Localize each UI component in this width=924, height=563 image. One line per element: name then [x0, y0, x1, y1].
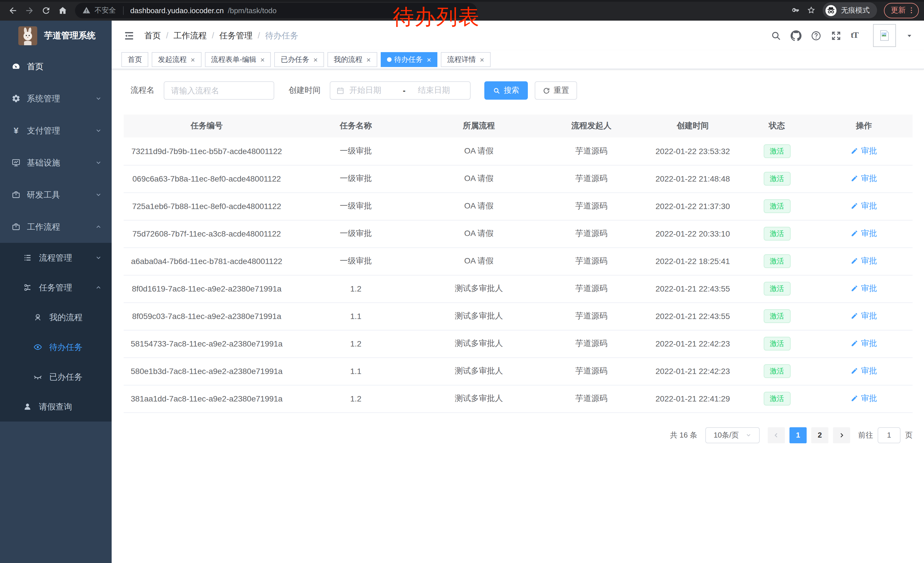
browser-menu-dots-icon[interactable] — [908, 6, 915, 14]
approve-button[interactable]: 审批 — [851, 338, 877, 349]
sidebar-item-label: 任务管理 — [39, 282, 72, 293]
breadcrumb-item[interactable]: 工作流程 — [174, 30, 207, 41]
eye-icon — [33, 342, 42, 352]
cell-starter: 芋道源码 — [536, 330, 647, 357]
process-name-input[interactable] — [164, 81, 274, 100]
update-label[interactable]: 更新 — [891, 5, 906, 15]
cell-process: 测试多审批人 — [422, 385, 536, 412]
sidebar-item-payment-management[interactable]: ¥支付管理 — [0, 114, 112, 147]
browser-actions: 无痕模式 更新 — [790, 2, 924, 18]
browser-forward-icon[interactable] — [21, 2, 38, 19]
next-page-button[interactable] — [833, 427, 850, 443]
not-secure-label[interactable]: 不安全 — [94, 6, 116, 15]
approve-button[interactable]: 审批 — [851, 284, 877, 294]
fullscreen-icon[interactable] — [831, 30, 842, 41]
pencil-icon — [851, 312, 858, 320]
sidebar-item-infrastructure[interactable]: 基础设施 — [0, 147, 112, 179]
help-icon[interactable] — [811, 30, 822, 41]
cell-task-id: 381aa1dd-7ac8-11ec-a9e2-a2380e71991a — [124, 385, 290, 412]
breadcrumb-separator: / — [258, 31, 260, 40]
tab-close-icon[interactable]: × — [427, 56, 431, 63]
goto-page-input[interactable] — [878, 427, 900, 443]
tab-close-icon[interactable]: × — [480, 56, 484, 63]
sidebar-item-label: 待办任务 — [49, 342, 82, 353]
sidebar-item-label: 我的流程 — [49, 312, 82, 323]
tab-流程详情[interactable]: 流程详情× — [441, 52, 490, 67]
tab-流程表单-编辑[interactable]: 流程表单-编辑× — [205, 52, 271, 67]
reset-button[interactable]: 重置 — [535, 81, 577, 100]
not-secure-warning-icon[interactable] — [82, 6, 90, 14]
sidebar-item-todo-task[interactable]: 待办任务 — [0, 332, 112, 362]
tab-首页[interactable]: 首页 — [122, 52, 148, 67]
avatar-dropdown-caret-icon[interactable] — [906, 32, 912, 39]
browser-home-icon[interactable] — [54, 2, 71, 19]
approve-button[interactable]: 审批 — [851, 201, 877, 211]
font-size-icon[interactable]: tT — [851, 30, 862, 41]
sidebar-item-process-management[interactable]: 流程管理 — [0, 243, 112, 273]
breadcrumb: 首页/工作流程/任务管理/待办任务 — [144, 30, 298, 41]
tab-close-icon[interactable]: × — [314, 56, 318, 63]
bookmark-star-icon[interactable] — [807, 6, 816, 15]
tab-close-icon[interactable]: × — [366, 56, 371, 63]
sidebar-item-task-management[interactable]: 任务管理 — [0, 273, 112, 302]
cell-starter: 芋道源码 — [536, 220, 647, 248]
browser-reload-icon[interactable] — [38, 2, 54, 19]
page-header: 首页/工作流程/任务管理/待办任务 tT — [112, 21, 924, 50]
approve-button[interactable]: 审批 — [851, 311, 877, 321]
cell-actions: 审批 — [815, 302, 912, 330]
github-icon[interactable] — [790, 30, 801, 41]
cell-create-time: 2022-01-22 20:33:10 — [647, 220, 738, 248]
prev-page-button[interactable] — [768, 427, 785, 443]
tab-待办任务[interactable]: 待办任务× — [380, 52, 437, 67]
cell-process: 测试多审批人 — [422, 275, 536, 302]
tab-close-icon[interactable]: × — [190, 56, 195, 63]
approve-button[interactable]: 审批 — [851, 256, 877, 266]
incognito-label: 无痕模式 — [841, 6, 870, 15]
browser-update-button[interactable]: 更新 — [884, 3, 919, 18]
cell-create-time: 2022-01-22 23:53:32 — [647, 137, 738, 165]
breadcrumb-item[interactable]: 任务管理 — [219, 30, 252, 41]
sidebar-item-dev-tools[interactable]: 研发工具 — [0, 179, 112, 211]
breadcrumb-item[interactable]: 首页 — [144, 30, 161, 41]
dashboard-icon — [12, 62, 21, 71]
status-badge: 激活 — [764, 199, 790, 213]
sidebar-item-home[interactable]: 首页 — [0, 50, 112, 83]
approve-button[interactable]: 审批 — [851, 174, 877, 184]
page-button-1[interactable]: 1 — [789, 427, 807, 443]
end-date-placeholder[interactable]: 结束日期 — [418, 86, 450, 96]
url-path[interactable]: /bpm/task/todo — [228, 6, 277, 15]
sidebar-item-leave-query[interactable]: 请假查询 — [0, 392, 112, 422]
browser-back-icon[interactable] — [4, 2, 21, 19]
approve-button[interactable]: 审批 — [851, 393, 877, 404]
page-size-select[interactable]: 10条/页 — [705, 427, 760, 443]
table-row: 8f0d1619-7ac8-11ec-a9e2-a2380e71991a1.2测… — [124, 275, 912, 302]
tab-我的流程[interactable]: 我的流程× — [327, 52, 377, 67]
search-icon[interactable] — [771, 30, 782, 41]
collapse-sidebar-icon[interactable] — [123, 30, 135, 42]
approve-button[interactable]: 审批 — [851, 146, 877, 156]
calendar-icon — [336, 86, 345, 95]
approve-button[interactable]: 审批 — [851, 228, 877, 239]
page-button-2[interactable]: 2 — [811, 427, 828, 443]
tab-已办任务[interactable]: 已办任务× — [274, 52, 324, 67]
tab-发起流程[interactable]: 发起流程× — [152, 52, 201, 67]
pencil-icon — [851, 230, 858, 237]
sidebar-item-system-management[interactable]: 系统管理 — [0, 83, 112, 114]
cell-task-id: 8f0d1619-7ac8-11ec-a9e2-a2380e71991a — [124, 275, 290, 302]
start-date-placeholder[interactable]: 开始日期 — [349, 86, 399, 96]
avatar[interactable] — [873, 24, 896, 47]
tab-close-icon[interactable]: × — [261, 56, 265, 63]
password-key-icon[interactable] — [790, 6, 800, 15]
cell-task-id: 58154733-7ac8-11ec-a9e2-a2380e71991a — [124, 330, 290, 357]
cell-actions: 审批 — [815, 357, 912, 385]
app-logo-row[interactable]: 芋道管理系统 — [0, 21, 112, 50]
search-button[interactable]: 搜索 — [484, 81, 528, 100]
url-host[interactable]: dashboard.yudao.iocoder.cn — [130, 6, 224, 15]
date-range-picker[interactable]: 开始日期 - 结束日期 — [330, 81, 471, 100]
status-badge: 激活 — [764, 227, 790, 241]
pencil-icon — [851, 147, 858, 155]
sidebar-item-done-task[interactable]: 已办任务 — [0, 362, 112, 392]
sidebar-item-workflow[interactable]: 工作流程 — [0, 211, 112, 243]
approve-button[interactable]: 审批 — [851, 366, 877, 376]
sidebar-item-my-process[interactable]: 我的流程 — [0, 302, 112, 332]
